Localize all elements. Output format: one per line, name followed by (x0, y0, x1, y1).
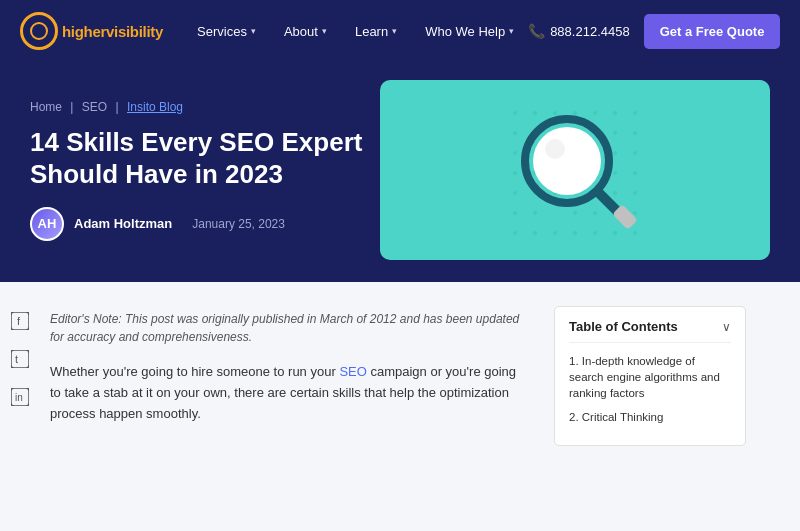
phone-icon: 📞 (528, 23, 545, 39)
svg-point-12 (613, 131, 617, 135)
author-info: AH Adam Holtzman January 25, 2023 (30, 207, 380, 241)
svg-point-44 (613, 231, 617, 235)
hero-left: Home | SEO | Insito Blog 14 Skills Every… (30, 100, 380, 241)
svg-point-26 (513, 191, 517, 195)
breadcrumb-seo[interactable]: SEO (82, 100, 107, 114)
svg-point-35 (573, 211, 577, 215)
svg-point-38 (633, 211, 637, 215)
svg-point-25 (633, 171, 637, 175)
facebook-icon[interactable]: f (9, 310, 31, 332)
content-area: f t in Editor's Note: This post was orig… (0, 282, 800, 531)
nav-item-about[interactable]: About ▾ (270, 24, 341, 39)
toc-item-1[interactable]: 1. In-depth knowledge of search engine a… (569, 353, 731, 401)
navigation: highervisibility Services ▾ About ▾ Lear… (0, 0, 800, 62)
nav-phone[interactable]: 📞 888.212.4458 (528, 23, 630, 39)
magnifier-illustration (495, 93, 655, 248)
svg-point-2 (553, 111, 557, 115)
svg-point-6 (633, 111, 637, 115)
svg-point-0 (513, 111, 517, 115)
toc-sidebar: Table of Contents ∨ 1. In-depth knowledg… (540, 282, 760, 531)
svg-point-20 (513, 171, 517, 175)
chevron-down-icon: ▾ (392, 26, 397, 36)
svg-text:f: f (17, 315, 21, 327)
twitter-icon[interactable]: t (9, 348, 31, 370)
svg-point-3 (573, 111, 577, 115)
svg-point-48 (545, 139, 565, 159)
hero-image (380, 80, 770, 260)
social-sidebar: f t in (0, 282, 40, 531)
svg-point-36 (593, 211, 597, 215)
svg-point-45 (633, 231, 637, 235)
linkedin-icon[interactable]: in (9, 386, 31, 408)
nav-links: Services ▾ About ▾ Learn ▾ Who We Help ▾ (183, 24, 528, 39)
svg-point-41 (553, 231, 557, 235)
svg-point-32 (633, 191, 637, 195)
svg-point-39 (513, 231, 517, 235)
svg-point-19 (633, 151, 637, 155)
editor-note: Editor's Note: This post was originally … (50, 310, 520, 346)
chevron-down-icon: ▾ (251, 26, 256, 36)
toc-header: Table of Contents ∨ (569, 319, 731, 343)
logo-inner-oval (30, 22, 48, 40)
nav-item-services[interactable]: Services ▾ (183, 24, 270, 39)
table-of-contents: Table of Contents ∨ 1. In-depth knowledg… (554, 306, 746, 446)
toc-title: Table of Contents (569, 319, 678, 334)
logo-icon (20, 12, 58, 50)
svg-point-34 (533, 211, 537, 215)
chevron-down-icon: ▾ (322, 26, 327, 36)
logo-text-accent: visibility (106, 23, 163, 40)
svg-point-5 (613, 111, 617, 115)
svg-point-43 (593, 231, 597, 235)
breadcrumb-home[interactable]: Home (30, 100, 62, 114)
avatar: AH (30, 207, 64, 241)
logo-text: highervisibility (62, 23, 163, 40)
svg-text:in: in (15, 392, 23, 403)
svg-point-1 (533, 111, 537, 115)
svg-text:t: t (15, 353, 18, 365)
author-name: Adam Holtzman (74, 216, 172, 231)
svg-point-42 (573, 231, 577, 235)
svg-point-18 (613, 151, 617, 155)
svg-point-4 (593, 111, 597, 115)
svg-point-31 (613, 191, 617, 195)
svg-point-14 (513, 151, 517, 155)
article-title: 14 Skills Every SEO Expert Should Have i… (30, 126, 380, 191)
svg-point-33 (513, 211, 517, 215)
seo-link[interactable]: SEO (339, 364, 366, 379)
hero-section: Home | SEO | Insito Blog 14 Skills Every… (0, 62, 800, 282)
logo[interactable]: highervisibility (20, 12, 163, 50)
nav-item-who-we-help[interactable]: Who We Help ▾ (411, 24, 528, 39)
breadcrumb-blog[interactable]: Insito Blog (127, 100, 183, 114)
toc-item-2[interactable]: 2. Critical Thinking (569, 409, 731, 425)
breadcrumb: Home | SEO | Insito Blog (30, 100, 380, 114)
svg-rect-53 (11, 350, 29, 368)
svg-point-47 (533, 127, 601, 195)
body-text-prefix: Whether you're going to hire someone to … (50, 364, 339, 379)
body-text: Whether you're going to hire someone to … (50, 362, 520, 424)
svg-point-40 (533, 231, 537, 235)
chevron-down-icon[interactable]: ∨ (722, 320, 731, 334)
svg-point-24 (613, 171, 617, 175)
svg-point-7 (513, 131, 517, 135)
main-content: Editor's Note: This post was originally … (40, 282, 540, 531)
logo-text-normal: higher (62, 23, 106, 40)
publish-date: January 25, 2023 (192, 217, 285, 231)
svg-point-13 (633, 131, 637, 135)
chevron-down-icon: ▾ (509, 26, 514, 36)
get-free-quote-button[interactable]: Get a Free Quote (644, 14, 781, 49)
nav-item-learn[interactable]: Learn ▾ (341, 24, 411, 39)
